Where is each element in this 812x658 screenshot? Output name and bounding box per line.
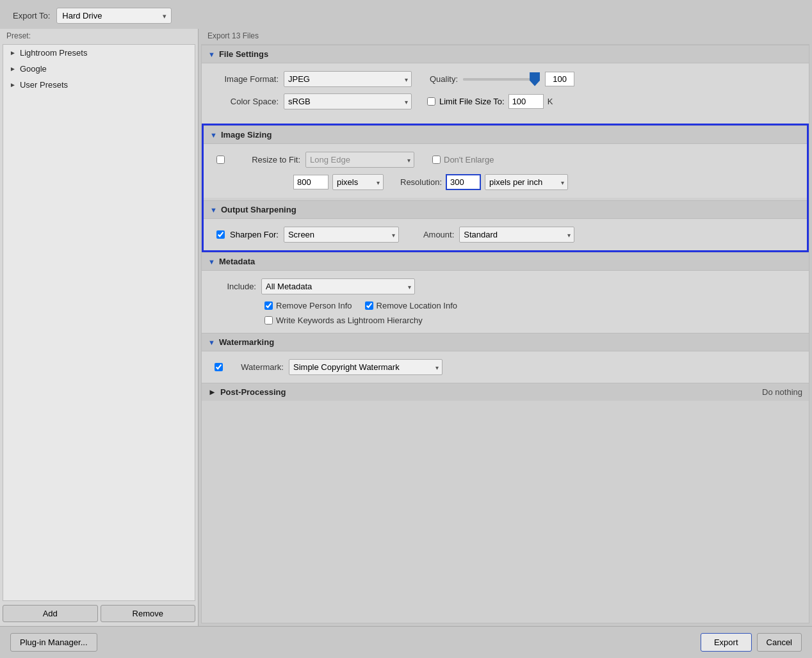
file-settings-header[interactable]: ▼ File Settings: [202, 45, 809, 63]
export-dialog: Export To: Hard Drive Preset: ► Lightroo…: [0, 0, 812, 658]
limit-file-size-input[interactable]: 100: [508, 94, 544, 109]
metadata-body: Include: All Metadata Remove Person Info: [202, 271, 809, 333]
include-select-wrap[interactable]: All Metadata: [261, 278, 415, 294]
metadata-arrow: ▼: [208, 258, 215, 266]
color-space-select[interactable]: sRGB: [284, 93, 412, 109]
sharpen-for-select[interactable]: Screen: [284, 227, 399, 243]
sharpen-for-select-wrap[interactable]: Screen: [284, 227, 399, 243]
amount-label: Amount:: [423, 230, 454, 239]
sidebar-item-label: Google: [20, 64, 47, 74]
sidebar-list: ► Lightroom Presets ► Google ► User Pres…: [3, 44, 195, 601]
slider-thumb[interactable]: [530, 72, 540, 86]
amount-select[interactable]: Standard: [459, 227, 574, 243]
file-settings-body: Image Format: JPEG Quality:: [202, 63, 809, 124]
output-sharpening-arrow: ▼: [210, 206, 217, 214]
bottom-right-buttons: Export Cancel: [701, 633, 802, 652]
image-sizing-section: ▼ Image Sizing Resize to Fit: Long Edge: [202, 124, 809, 252]
output-sharpening-header[interactable]: ▼ Output Sharpening: [204, 200, 807, 219]
sidebar-item-label: User Presets: [20, 80, 68, 90]
limit-file-size-checkbox[interactable]: [427, 97, 435, 106]
resize-value-select-wrap[interactable]: Long Edge: [305, 152, 414, 168]
sidebar: Preset: ► Lightroom Presets ► Google ► U…: [0, 29, 199, 626]
arrow-icon: ►: [10, 81, 16, 88]
bottom-bar: Plug-in Manager... Export Cancel: [0, 626, 812, 658]
resolution-unit-select-wrap[interactable]: pixels per inch: [485, 174, 568, 190]
plugin-manager-button[interactable]: Plug-in Manager...: [10, 633, 97, 652]
watermark-checkbox[interactable]: [215, 363, 223, 371]
metadata-header[interactable]: ▼ Metadata: [202, 252, 809, 271]
remove-person-info-label[interactable]: Remove Person Info: [264, 301, 352, 310]
color-space-row: Color Space: sRGB Limit File Size To: 10…: [215, 93, 796, 109]
pixels-unit-select[interactable]: pixels: [332, 174, 384, 190]
export-to-select[interactable]: Hard Drive: [56, 8, 172, 24]
arrow-icon: ►: [10, 49, 16, 56]
watermark-select[interactable]: Simple Copyright Watermark: [289, 359, 443, 375]
remove-person-info-checkbox[interactable]: [264, 301, 273, 310]
export-button[interactable]: Export: [701, 633, 752, 652]
metadata-checkboxes-row: Remove Person Info Remove Location Info: [264, 301, 796, 310]
watermark-select-wrap[interactable]: Simple Copyright Watermark: [289, 359, 443, 375]
image-format-label: Image Format:: [215, 74, 279, 84]
sharpen-for-checkbox[interactable]: [216, 230, 225, 239]
watermarking-title: Watermarking: [219, 337, 274, 347]
image-sizing-arrow: ▼: [210, 131, 217, 139]
remove-button[interactable]: Remove: [101, 605, 196, 622]
remove-location-info-checkbox[interactable]: [365, 301, 373, 310]
remove-location-info-text: Remove Location Info: [377, 301, 457, 310]
resolution-label: Resolution:: [400, 177, 442, 187]
write-keywords-text: Write Keywords as Lightroom Hierarchy: [276, 316, 423, 325]
post-header-left: ► Post-Processing: [208, 387, 286, 397]
watermark-row: Watermark: Simple Copyright Watermark: [215, 359, 796, 375]
amount-select-wrap[interactable]: Standard: [459, 227, 574, 243]
dont-enlarge-group: Don't Enlarge: [432, 155, 494, 164]
sections-container: ▼ File Settings Image Format: JPEG: [201, 44, 809, 623]
color-space-label: Color Space:: [215, 97, 279, 106]
watermark-label: Watermark:: [226, 362, 284, 372]
post-processing-header[interactable]: ► Post-Processing Do nothing: [202, 383, 809, 401]
resize-to-fit-checkbox[interactable]: [216, 156, 225, 164]
dont-enlarge-checkbox[interactable]: [432, 156, 441, 164]
watermarking-arrow: ▼: [208, 339, 215, 346]
metadata-title: Metadata: [219, 257, 255, 266]
limit-size-group: Limit File Size To: 100 K: [427, 94, 553, 109]
watermarking-header[interactable]: ▼ Watermarking: [202, 333, 809, 351]
cancel-button[interactable]: Cancel: [757, 633, 802, 652]
write-keywords-checkbox[interactable]: [264, 316, 273, 325]
resolution-unit-select[interactable]: pixels per inch: [485, 174, 568, 190]
output-sharpening-title: Output Sharpening: [221, 205, 296, 214]
resize-value-select[interactable]: Long Edge: [305, 152, 414, 168]
image-sizing-title: Image Sizing: [221, 130, 272, 140]
include-select[interactable]: All Metadata: [261, 278, 415, 294]
write-keywords-row: Write Keywords as Lightroom Hierarchy: [264, 316, 796, 325]
remove-location-info-label[interactable]: Remove Location Info: [365, 301, 457, 310]
slider-fill: [463, 78, 540, 81]
sidebar-item-label: Lightroom Presets: [20, 48, 88, 58]
export-count-label: Export 13 Files: [199, 29, 812, 44]
remove-person-info-text: Remove Person Info: [276, 301, 352, 310]
image-format-select-wrap[interactable]: JPEG: [284, 71, 412, 87]
file-settings-arrow: ▼: [208, 51, 215, 58]
include-label: Include:: [215, 282, 256, 291]
arrow-icon: ►: [10, 65, 16, 72]
pixels-row: 800 pixels Resolution: 300 pixels per in: [293, 174, 794, 190]
pixels-input[interactable]: 800: [293, 175, 329, 189]
top-bar: Export To: Hard Drive: [0, 0, 812, 29]
sidebar-item-user-presets[interactable]: ► User Presets: [3, 77, 195, 93]
image-sizing-header[interactable]: ▼ Image Sizing: [204, 125, 807, 144]
image-format-select[interactable]: JPEG: [284, 71, 412, 87]
write-keywords-label[interactable]: Write Keywords as Lightroom Hierarchy: [264, 316, 796, 325]
resolution-input[interactable]: 300: [446, 174, 481, 190]
add-button[interactable]: Add: [3, 605, 98, 622]
watermark-checkbox-label[interactable]: Watermark:: [215, 362, 284, 372]
sidebar-item-lightroom-presets[interactable]: ► Lightroom Presets: [3, 45, 195, 61]
export-to-select-wrapper[interactable]: Hard Drive: [56, 8, 172, 24]
quality-slider[interactable]: [463, 73, 540, 86]
export-to-label: Export To:: [13, 11, 50, 20]
sidebar-item-google[interactable]: ► Google: [3, 61, 195, 77]
include-row: Include: All Metadata: [215, 278, 796, 294]
quality-input[interactable]: 100: [545, 72, 574, 86]
pixels-unit-select-wrap[interactable]: pixels: [332, 174, 384, 190]
quality-label: Quality:: [430, 74, 458, 84]
color-space-select-wrap[interactable]: sRGB: [284, 93, 412, 109]
watermarking-body: Watermark: Simple Copyright Watermark: [202, 351, 809, 383]
